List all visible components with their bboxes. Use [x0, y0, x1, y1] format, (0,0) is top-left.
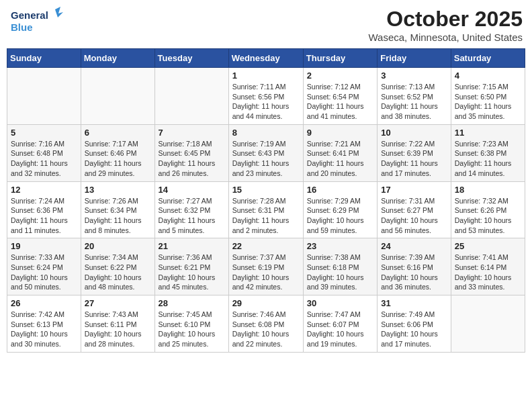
logo: General Blue [9, 7, 63, 36]
table-row: 10Sunrise: 7:22 AM Sunset: 6:39 PM Dayli… [378, 124, 451, 181]
day-number: 26 [11, 298, 77, 308]
header-sunday: Sunday [7, 49, 81, 68]
day-info: Sunrise: 7:45 AM Sunset: 6:10 PM Dayligh… [159, 310, 225, 349]
day-number: 27 [85, 298, 151, 308]
table-row: 21Sunrise: 7:36 AM Sunset: 6:21 PM Dayli… [154, 238, 228, 295]
day-info: Sunrise: 7:21 AM Sunset: 6:41 PM Dayligh… [307, 139, 373, 179]
table-row: 13Sunrise: 7:26 AM Sunset: 6:34 PM Dayli… [81, 181, 154, 238]
day-info: Sunrise: 7:41 AM Sunset: 6:14 PM Dayligh… [455, 253, 521, 292]
day-info: Sunrise: 7:47 AM Sunset: 6:07 PM Dayligh… [307, 310, 373, 349]
table-row: 6Sunrise: 7:17 AM Sunset: 6:46 PM Daylig… [81, 124, 154, 181]
day-number: 19 [11, 241, 77, 251]
day-info: Sunrise: 7:29 AM Sunset: 6:29 PM Dayligh… [307, 196, 373, 236]
table-row: 23Sunrise: 7:38 AM Sunset: 6:18 PM Dayli… [303, 238, 377, 295]
day-info: Sunrise: 7:23 AM Sunset: 6:38 PM Dayligh… [455, 139, 521, 179]
day-number: 20 [85, 241, 151, 251]
svg-marker-2 [55, 7, 63, 17]
day-number: 16 [307, 185, 373, 195]
day-number: 3 [381, 71, 447, 81]
calendar-subtitle: Waseca, Minnesota, United States [368, 32, 523, 43]
table-row: 15Sunrise: 7:28 AM Sunset: 6:31 PM Dayli… [228, 181, 303, 238]
day-info: Sunrise: 7:37 AM Sunset: 6:19 PM Dayligh… [232, 253, 300, 292]
day-number: 2 [307, 71, 373, 81]
table-row: 9Sunrise: 7:21 AM Sunset: 6:41 PM Daylig… [303, 124, 377, 181]
table-row: 28Sunrise: 7:45 AM Sunset: 6:10 PM Dayli… [154, 295, 228, 353]
table-row: 25Sunrise: 7:41 AM Sunset: 6:14 PM Dayli… [451, 238, 525, 295]
day-number: 9 [307, 128, 373, 138]
day-info: Sunrise: 7:24 AM Sunset: 6:36 PM Dayligh… [11, 196, 77, 236]
day-info: Sunrise: 7:43 AM Sunset: 6:11 PM Dayligh… [85, 310, 151, 349]
day-info: Sunrise: 7:19 AM Sunset: 6:43 PM Dayligh… [232, 139, 300, 179]
table-row [81, 68, 154, 125]
day-number: 8 [232, 128, 300, 138]
table-row [154, 68, 228, 125]
day-info: Sunrise: 7:26 AM Sunset: 6:34 PM Dayligh… [85, 196, 151, 236]
header-monday: Monday [81, 49, 154, 68]
table-row [451, 295, 525, 353]
day-number: 15 [232, 185, 300, 195]
calendar-week-row: 19Sunrise: 7:33 AM Sunset: 6:24 PM Dayli… [7, 238, 525, 295]
day-number: 22 [232, 241, 300, 251]
table-row: 22Sunrise: 7:37 AM Sunset: 6:19 PM Dayli… [228, 238, 303, 295]
day-info: Sunrise: 7:22 AM Sunset: 6:39 PM Dayligh… [381, 139, 447, 179]
day-info: Sunrise: 7:31 AM Sunset: 6:27 PM Dayligh… [381, 196, 447, 236]
day-info: Sunrise: 7:12 AM Sunset: 6:54 PM Dayligh… [307, 82, 373, 122]
day-info: Sunrise: 7:13 AM Sunset: 6:52 PM Dayligh… [381, 82, 447, 122]
day-info: Sunrise: 7:34 AM Sunset: 6:22 PM Dayligh… [85, 253, 151, 292]
table-row: 4Sunrise: 7:15 AM Sunset: 6:50 PM Daylig… [451, 68, 525, 125]
day-number: 25 [455, 241, 521, 251]
day-number: 6 [85, 128, 151, 138]
day-number: 30 [307, 298, 373, 308]
day-number: 21 [159, 241, 225, 251]
title-area: October 2025 Waseca, Minnesota, United S… [368, 7, 523, 43]
day-number: 29 [232, 298, 300, 308]
day-number: 11 [455, 128, 521, 138]
svg-text:Blue: Blue [11, 21, 33, 33]
table-row: 5Sunrise: 7:16 AM Sunset: 6:48 PM Daylig… [7, 124, 81, 181]
calendar-week-row: 1Sunrise: 7:11 AM Sunset: 6:56 PM Daylig… [7, 68, 525, 125]
day-info: Sunrise: 7:16 AM Sunset: 6:48 PM Dayligh… [11, 139, 77, 179]
calendar-week-row: 26Sunrise: 7:42 AM Sunset: 6:13 PM Dayli… [7, 295, 525, 353]
table-row: 24Sunrise: 7:39 AM Sunset: 6:16 PM Dayli… [378, 238, 451, 295]
day-number: 4 [455, 71, 521, 81]
table-row: 1Sunrise: 7:11 AM Sunset: 6:56 PM Daylig… [228, 68, 303, 125]
table-row: 31Sunrise: 7:49 AM Sunset: 6:06 PM Dayli… [378, 295, 451, 353]
day-number: 10 [381, 128, 447, 138]
table-row: 2Sunrise: 7:12 AM Sunset: 6:54 PM Daylig… [303, 68, 377, 125]
day-info: Sunrise: 7:28 AM Sunset: 6:31 PM Dayligh… [232, 196, 300, 236]
day-info: Sunrise: 7:49 AM Sunset: 6:06 PM Dayligh… [381, 310, 447, 349]
day-number: 5 [11, 128, 77, 138]
day-info: Sunrise: 7:36 AM Sunset: 6:21 PM Dayligh… [159, 253, 225, 292]
day-info: Sunrise: 7:27 AM Sunset: 6:32 PM Dayligh… [159, 196, 225, 236]
header-tuesday: Tuesday [154, 49, 228, 68]
table-row: 8Sunrise: 7:19 AM Sunset: 6:43 PM Daylig… [228, 124, 303, 181]
table-row [7, 68, 81, 125]
day-info: Sunrise: 7:18 AM Sunset: 6:45 PM Dayligh… [159, 139, 225, 179]
day-number: 1 [232, 71, 300, 81]
day-info: Sunrise: 7:15 AM Sunset: 6:50 PM Dayligh… [455, 82, 521, 122]
table-row: 19Sunrise: 7:33 AM Sunset: 6:24 PM Dayli… [7, 238, 81, 295]
day-info: Sunrise: 7:33 AM Sunset: 6:24 PM Dayligh… [11, 253, 77, 292]
table-row: 26Sunrise: 7:42 AM Sunset: 6:13 PM Dayli… [7, 295, 81, 353]
table-row: 27Sunrise: 7:43 AM Sunset: 6:11 PM Dayli… [81, 295, 154, 353]
calendar-table: Sunday Monday Tuesday Wednesday Thursday… [7, 48, 525, 353]
table-row: 16Sunrise: 7:29 AM Sunset: 6:29 PM Dayli… [303, 181, 377, 238]
table-row: 18Sunrise: 7:32 AM Sunset: 6:26 PM Dayli… [451, 181, 525, 238]
table-row: 7Sunrise: 7:18 AM Sunset: 6:45 PM Daylig… [154, 124, 228, 181]
day-info: Sunrise: 7:17 AM Sunset: 6:46 PM Dayligh… [85, 139, 151, 179]
page-header: General Blue October 2025 Waseca, Minnes… [7, 7, 525, 43]
header-friday: Friday [378, 49, 451, 68]
day-number: 28 [159, 298, 225, 308]
table-row: 14Sunrise: 7:27 AM Sunset: 6:32 PM Dayli… [154, 181, 228, 238]
header-saturday: Saturday [451, 49, 525, 68]
day-number: 23 [307, 241, 373, 251]
header-wednesday: Wednesday [228, 49, 303, 68]
header-thursday: Thursday [303, 49, 377, 68]
table-row: 3Sunrise: 7:13 AM Sunset: 6:52 PM Daylig… [378, 68, 451, 125]
table-row: 30Sunrise: 7:47 AM Sunset: 6:07 PM Dayli… [303, 295, 377, 353]
day-info: Sunrise: 7:39 AM Sunset: 6:16 PM Dayligh… [381, 253, 447, 292]
day-info: Sunrise: 7:32 AM Sunset: 6:26 PM Dayligh… [455, 196, 521, 236]
day-info: Sunrise: 7:46 AM Sunset: 6:08 PM Dayligh… [232, 310, 300, 349]
logo-svg: General Blue [9, 7, 63, 36]
table-row: 20Sunrise: 7:34 AM Sunset: 6:22 PM Dayli… [81, 238, 154, 295]
